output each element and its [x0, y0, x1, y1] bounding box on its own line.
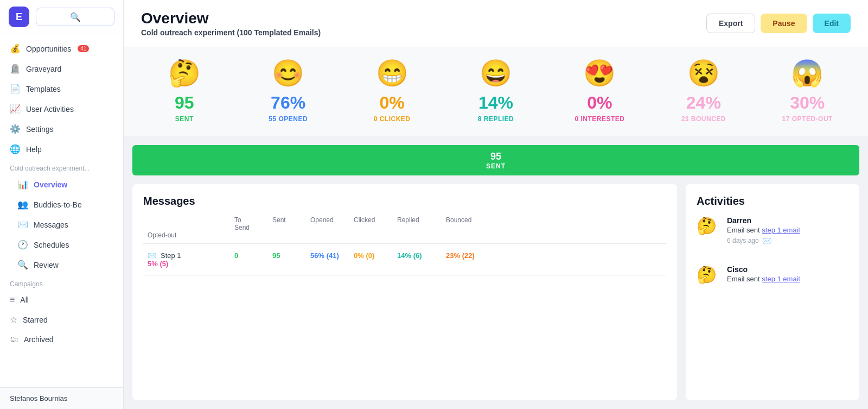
interested-number: 0%	[548, 93, 652, 113]
col-replied: Replied	[397, 216, 446, 231]
sidebar-label-settings: Settings	[26, 125, 54, 134]
export-button[interactable]: Export	[706, 14, 755, 33]
activity-link[interactable]: step 1 email	[762, 275, 800, 283]
filter-item-archived[interactable]: 🗂 Archived	[0, 330, 123, 349]
opted-out-number: 30%	[756, 93, 859, 113]
campaign-label-buddies-to-be: Buddies-to-Be	[34, 200, 82, 209]
messages-panel: Messages ToSendSentOpenedClickedRepliedB…	[132, 184, 677, 400]
campaign-label-messages: Messages	[34, 221, 68, 229]
sidebar-item-templates[interactable]: 📄 Templates	[0, 79, 123, 99]
sidebar-item-graveyard[interactable]: 🪦 Graveyard	[0, 59, 123, 79]
sidebar-item-settings[interactable]: ⚙️ Settings	[0, 119, 123, 139]
campaign-item-overview[interactable]: 📊 Overview	[0, 174, 123, 194]
sent-number: 95	[132, 93, 236, 113]
stats-row: 🤔 95 SENT 😊 76% 55 OPENED 😁 0% 0 CLICKED…	[124, 47, 868, 136]
clicked-val: 0% (0)	[354, 251, 397, 260]
interested-emoji: 😍	[548, 60, 652, 86]
col-sent: Sent	[272, 216, 310, 231]
activity-desc: Email sent step 1 email	[727, 275, 848, 283]
all-filter-icon: ≡	[10, 295, 15, 305]
edit-button[interactable]: Edit	[813, 14, 851, 33]
page-title: Overview	[141, 10, 321, 27]
stat-clicked: 😁 0% 0 CLICKED	[340, 60, 444, 123]
badge-opportunities: 41	[78, 45, 89, 52]
opted-out-val: 5% (5)	[148, 260, 234, 268]
progress-count: 95	[490, 151, 501, 162]
activities-panel: Activities 🤔 Darren Email sent step 1 em…	[686, 184, 859, 400]
opened-label: 55 OPENED	[236, 115, 340, 123]
search-button[interactable]: 🔍	[36, 8, 114, 26]
campaign-item-review[interactable]: 🔍 Review	[0, 255, 123, 275]
help-icon: 🌐	[10, 144, 21, 154]
campaign-label-review: Review	[34, 261, 59, 269]
main-content: Overview Cold outreach experiment (100 T…	[124, 0, 868, 409]
sidebar-label-templates: Templates	[26, 85, 61, 93]
activity-desc: Email sent step 1 email	[727, 226, 848, 234]
table-row[interactable]: ✉️Step 1 0 95 56% (41) 0% (0) 14% (6) 23…	[143, 244, 666, 276]
activity-name: Cisco	[727, 265, 848, 274]
col-to-send: ToSend	[234, 216, 272, 231]
sidebar-label-help: Help	[26, 145, 42, 154]
col-opted-out: Opted-out	[148, 231, 234, 239]
replied-label: 8 REPLIED	[444, 115, 547, 123]
col-step	[148, 216, 234, 231]
interested-label: 0 INTERESTED	[548, 115, 652, 123]
settings-icon: ⚙️	[10, 124, 21, 134]
filter-label-all: All	[20, 295, 29, 304]
user-name: Stefanos Bournias	[10, 394, 67, 402]
sent-val: 95	[272, 251, 310, 260]
pause-button[interactable]: Pause	[761, 14, 807, 33]
campaign-item-schedules[interactable]: 🕐 Schedules	[0, 235, 123, 255]
header-left: Overview Cold outreach experiment (100 T…	[141, 10, 321, 37]
stat-replied: 😄 14% 8 REPLIED	[444, 60, 547, 123]
buddies-to-be-icon: 👥	[17, 199, 28, 210]
filter-item-starred[interactable]: ☆ Starred	[0, 310, 123, 330]
clicked-label: 0 CLICKED	[340, 115, 444, 123]
page-subtitle: Cold outreach experiment (100 Templated …	[141, 28, 321, 37]
col-clicked: Clicked	[354, 216, 397, 231]
progress-section: 95 SENT	[124, 145, 868, 175]
page-header: Overview Cold outreach experiment (100 T…	[124, 0, 868, 47]
archived-filter-icon: 🗂	[10, 335, 18, 344]
bounced-label: 23 BOUNCED	[652, 115, 755, 123]
activities-list: 🤔 Darren Email sent step 1 email 6 days …	[697, 216, 848, 299]
email-icon: ✉️	[762, 236, 771, 245]
activities-title: Activities	[697, 195, 848, 207]
sent-emoji: 🤔	[132, 60, 236, 86]
campaign-item-messages[interactable]: ✉️ Messages	[0, 215, 123, 235]
bounced-val: 23% (22)	[446, 251, 489, 260]
activity-link[interactable]: step 1 email	[762, 226, 800, 234]
table-header: ToSendSentOpenedClickedRepliedBouncedOpt…	[143, 216, 666, 244]
sidebar-item-opportunities[interactable]: 💰 Opportunities 41	[0, 39, 123, 59]
logo: E	[9, 7, 29, 27]
filter-label-starred: Starred	[23, 316, 48, 324]
sidebar: E 🔍 💰 Opportunities 41 🪦 Graveyard 📄 Tem…	[0, 0, 124, 409]
graveyard-icon: 🪦	[10, 64, 21, 74]
sidebar-top: E 🔍	[0, 0, 123, 34]
sidebar-footer: Stefanos Bournias	[0, 387, 123, 409]
sidebar-label-graveyard: Graveyard	[26, 65, 61, 73]
templates-icon: 📄	[10, 84, 21, 94]
overview-icon: 📊	[17, 179, 28, 190]
bottom-section: Messages ToSendSentOpenedClickedRepliedB…	[124, 184, 868, 409]
activity-content: Darren Email sent step 1 email 6 days ag…	[727, 216, 848, 245]
starred-filter-icon: ☆	[10, 314, 17, 325]
step-name: ✉️Step 1	[148, 251, 234, 260]
sidebar-item-help[interactable]: 🌐 Help	[0, 139, 123, 159]
opted-out-label: 17 OPTED-OUT	[756, 115, 859, 123]
activity-item-cisco: 🤔 Cisco Email sent step 1 email	[697, 265, 848, 299]
activity-avatar: 🤔	[697, 216, 720, 240]
header-actions: Export Pause Edit	[706, 14, 851, 33]
stat-opened: 😊 76% 55 OPENED	[236, 60, 340, 123]
stat-opted-out: 😱 30% 17 OPTED-OUT	[756, 60, 859, 123]
bounced-emoji: 😵	[652, 60, 755, 86]
campaign-item-buddies-to-be[interactable]: 👥 Buddies-to-Be	[0, 194, 123, 215]
schedules-icon: 🕐	[17, 240, 28, 250]
filter-item-all[interactable]: ≡ All	[0, 290, 123, 310]
replied-emoji: 😄	[444, 60, 547, 86]
opted-out-emoji: 😱	[756, 60, 859, 86]
opened-val: 56% (41)	[310, 251, 354, 260]
messages-title: Messages	[143, 195, 666, 207]
sidebar-item-user-activities[interactable]: 📈 User Activities	[0, 99, 123, 119]
opened-number: 76%	[236, 93, 340, 113]
